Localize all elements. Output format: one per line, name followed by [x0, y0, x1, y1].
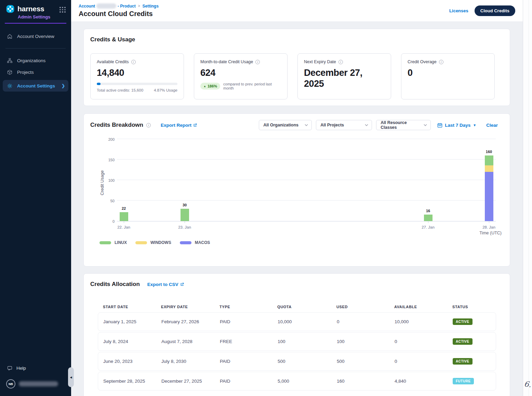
main-area: Account - Product > Settings Account Clo… [71, 0, 532, 396]
info-icon[interactable]: i [338, 60, 343, 64]
legend-label: MACOS [195, 240, 210, 245]
x-tick-label: 22. Jan [110, 225, 137, 229]
cloud-credits-button[interactable]: Cloud Credits [475, 5, 515, 16]
breadcrumb-settings-link[interactable]: Settings [143, 4, 159, 9]
legend-item-linux[interactable]: LINUX [99, 240, 127, 245]
cell-quota: 100 [272, 339, 332, 344]
cell-status: ACTIVE [448, 338, 496, 345]
cell-quota: 500 [272, 359, 332, 364]
date-range-picker[interactable]: Last 7 Days ▼ [437, 123, 476, 128]
user-row[interactable]: NB [0, 374, 71, 393]
chevron-down-icon [424, 124, 427, 126]
brand-name: harness [17, 5, 44, 13]
breakdown-filters: All Organizations All Projects All Resou… [259, 120, 498, 130]
sidebar-item-organizations[interactable]: Organizations [0, 55, 71, 66]
cell-type: PAID [215, 359, 272, 364]
app-grid-icon[interactable] [59, 7, 66, 13]
sidebar-item-label: Organizations [17, 58, 45, 63]
legend-swatch [180, 241, 191, 244]
bar-segment-macos [485, 172, 493, 221]
x-tick-label: 28. Jan [475, 225, 503, 229]
legend-swatch [135, 241, 147, 244]
bar-total-label: 16 [418, 209, 438, 213]
cell-available: 0 [389, 359, 448, 364]
export-report-link[interactable]: Export Report [161, 123, 197, 128]
organizations-select[interactable]: All Organizations [259, 120, 312, 130]
chevron-down-icon [305, 124, 308, 126]
legend-item-macos[interactable]: MACOS [180, 240, 210, 245]
licenses-link[interactable]: Licenses [449, 8, 468, 13]
avatar[interactable]: NB [6, 379, 15, 388]
projects-select[interactable]: All Projects [316, 120, 372, 130]
sidebar-item-label: Account Overview [17, 34, 54, 39]
top-bar: Account - Product > Settings Account Clo… [71, 0, 532, 22]
chat-help-icon [7, 365, 13, 371]
y-tick-label: 0 [112, 219, 115, 223]
credits-allocation-panel: Credits Allocation Export to CSV START D… [83, 273, 510, 396]
metric-label: Credit Overage [408, 59, 437, 64]
topbar-right: Licenses Cloud Credits [449, 5, 515, 16]
total-active-credits: Total active credits: 15,600 [97, 88, 143, 92]
bar-total-label: 160 [479, 150, 499, 154]
column-header: QUOTA [272, 305, 331, 309]
sidebar-item-projects[interactable]: Projects [0, 66, 71, 78]
sidebar-item-account-settings[interactable]: Account Settings ❯ [3, 80, 68, 92]
brand-logo-link[interactable]: harness [5, 4, 66, 14]
x-axis-title: Time (UTC) [117, 231, 502, 235]
brand-subtitle: Admin Settings [18, 14, 66, 19]
metric-value: 0 [408, 67, 488, 78]
column-header: AVAILABLE [389, 305, 447, 309]
x-tick-label: 23. Jan [171, 225, 198, 229]
column-header: EXPIRY DATE [156, 305, 214, 309]
info-icon[interactable]: i [255, 60, 260, 64]
help-button[interactable]: Help [0, 362, 71, 374]
column-header: START DATE [98, 305, 156, 309]
projects-select-value: All Projects [320, 123, 344, 127]
cell-available: 0 [389, 339, 448, 344]
cell-used: 500 [332, 359, 389, 364]
sidebar-collapse-handle[interactable]: ◀ [68, 367, 74, 387]
status-badge: ACTIVE [453, 318, 473, 325]
content-scroll-area[interactable]: Credits & Usage Available Credits i 14,8… [71, 22, 532, 396]
vertical-scrollbar[interactable] [523, 0, 532, 396]
trend-badge: ▲ 186% [200, 83, 220, 90]
credits-usage-heading: Credits & Usage [90, 36, 510, 43]
legend-swatch [99, 241, 111, 244]
breadcrumb-account-link[interactable]: Account [79, 4, 95, 9]
metric-label: Month-to-date Credit Usage [200, 59, 253, 64]
credits-breakdown-heading: Credits Breakdown [90, 122, 143, 128]
export-report-label: Export Report [161, 123, 191, 128]
page-root: harness Admin Settings Account Overview … [0, 0, 532, 396]
info-icon[interactable]: i [439, 60, 443, 64]
clear-filters-link[interactable]: Clear [486, 123, 498, 128]
sidebar-item-label: Account Settings [17, 83, 55, 88]
status-badge: FUTURE [453, 378, 474, 384]
bar-segment-linux [485, 155, 493, 165]
legend-label: WINDOWS [150, 240, 171, 245]
external-link-icon [193, 123, 197, 127]
credits-usage-panel: Credits & Usage Available Credits i 14,8… [83, 29, 510, 106]
metric-label: Next Expiry Date [304, 59, 336, 64]
y-tick-label: 50 [110, 199, 115, 203]
info-icon[interactable]: i [131, 60, 136, 64]
breadcrumb-product-link[interactable]: - Product [118, 4, 136, 9]
info-icon[interactable]: i [146, 123, 151, 127]
sidebar: harness Admin Settings Account Overview … [0, 0, 71, 396]
gridline [117, 200, 496, 201]
x-tick-mark [185, 221, 185, 223]
brand-block: harness Admin Settings [0, 0, 71, 19]
metric-cards-row: Available Credits i 14,840 Total active … [90, 53, 503, 99]
sidebar-item-account-overview[interactable]: Account Overview [0, 30, 71, 42]
cell-used: 160 [332, 379, 389, 384]
bar-total-label: 30 [174, 203, 195, 207]
legend-item-windows[interactable]: WINDOWS [135, 240, 171, 245]
export-csv-link[interactable]: Export to CSV [147, 282, 184, 287]
calendar-icon [437, 123, 442, 128]
status-badge: ACTIVE [453, 338, 473, 345]
chart-legend: LINUXWINDOWSMACOS [99, 240, 210, 245]
resource-classes-select[interactable]: All Resource Classes [376, 120, 431, 130]
breakdown-header-row: Credits Breakdown i Export Report All Or… [84, 114, 510, 130]
external-link-icon [180, 283, 184, 286]
table-row: June 20, 2023July 8, 2030PAID5005000ACTI… [98, 352, 496, 371]
cell-start-date: June 20, 2023 [98, 359, 156, 364]
